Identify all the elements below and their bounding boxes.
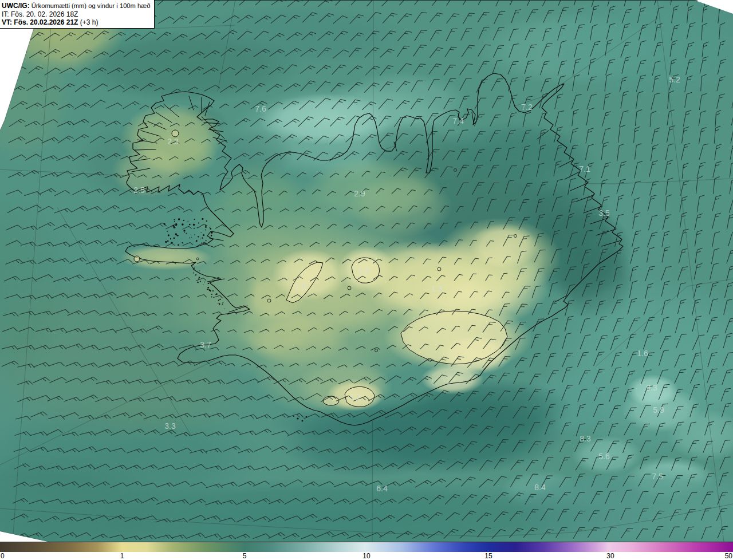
svg-text:1.0: 1.0: [295, 282, 306, 291]
svg-text:7.6: 7.6: [255, 104, 266, 113]
svg-text:5.9: 5.9: [653, 405, 664, 415]
svg-text:5.2: 5.2: [669, 75, 680, 84]
svg-text:3.7: 3.7: [200, 340, 211, 349]
svg-text:7.5: 7.5: [652, 472, 663, 481]
svg-text:2.3: 2.3: [167, 137, 179, 146]
svg-text:8.4: 8.4: [534, 483, 546, 492]
svg-text:5: 5: [243, 552, 247, 560]
svg-text:1.3: 1.3: [431, 284, 443, 293]
svg-text:2.9: 2.9: [354, 189, 365, 198]
svg-text:0: 0: [1, 552, 5, 560]
svg-text:15: 15: [484, 552, 492, 560]
svg-text:1.0: 1.0: [358, 266, 370, 275]
svg-text:50: 50: [725, 552, 733, 560]
svg-text:7.4: 7.4: [452, 116, 464, 125]
svg-text:10: 10: [362, 552, 371, 560]
svg-text:1: 1: [120, 552, 124, 560]
svg-text:30: 30: [606, 552, 614, 560]
svg-text:1.6: 1.6: [637, 349, 648, 358]
svg-text:2.5: 2.5: [133, 186, 145, 195]
svg-text:3.5: 3.5: [598, 208, 610, 218]
svg-text:8.3: 8.3: [580, 434, 591, 443]
svg-text:6.4: 6.4: [376, 484, 388, 493]
svg-text:1.2: 1.2: [350, 392, 361, 401]
svg-text:7.2: 7.2: [521, 102, 533, 112]
svg-text:3.3: 3.3: [164, 421, 176, 431]
svg-text:9.3: 9.3: [646, 383, 657, 392]
svg-text:5.6: 5.6: [598, 452, 610, 461]
svg-text:7.1: 7.1: [579, 164, 590, 173]
